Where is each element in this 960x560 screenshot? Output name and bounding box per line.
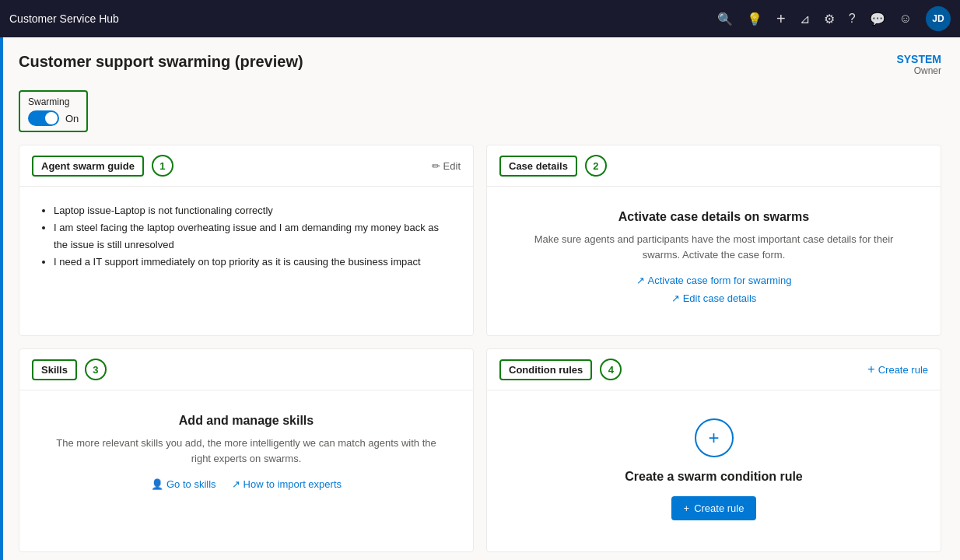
create-rule-plus-icon: +: [684, 502, 690, 514]
skills-heading: Add and manage skills: [54, 414, 439, 428]
external-link-icon: ↗: [636, 275, 645, 286]
how-to-import-link[interactable]: ↗ How to import experts: [232, 478, 342, 490]
case-details-number: 2: [585, 155, 607, 177]
skills-card: Skills 3 Add and manage skills The more …: [19, 348, 474, 552]
smiley-icon[interactable]: ☺: [899, 12, 912, 26]
edit-label: Edit: [443, 160, 461, 172]
swarming-label: Swarming: [28, 96, 79, 107]
activate-case-form-link[interactable]: ↗ Activate case form for swarming: [636, 275, 792, 286]
go-to-skills-link[interactable]: 👤 Go to skills: [151, 478, 216, 490]
user-avatar[interactable]: JD: [926, 6, 951, 31]
condition-rules-card: Condition rules 4 + Create rule + Create…: [486, 348, 941, 552]
agent-swarm-guide-card: Agent swarm guide 1 ✏ Edit Laptop issue-…: [19, 145, 474, 336]
case-details-desc: Make sure agents and participants have t…: [521, 232, 906, 262]
condition-rules-body: + Create a swarm condition rule + Create…: [487, 390, 941, 551]
create-rule-btn-label: Create rule: [694, 502, 744, 514]
condition-rules-header: Condition rules 4 + Create rule: [487, 349, 941, 390]
skills-number: 3: [85, 359, 107, 380]
edit-button[interactable]: ✏ Edit: [432, 160, 461, 172]
settings-icon[interactable]: ⚙: [824, 12, 835, 26]
activate-case-form-label: Activate case form for swarming: [648, 275, 792, 286]
swarming-toggle-container: Swarming On: [19, 90, 88, 132]
condition-plus-circle: +: [695, 418, 734, 457]
person-icon: 👤: [151, 478, 163, 490]
agent-swarm-guide-number: 1: [152, 155, 173, 177]
help-icon[interactable]: ?: [849, 12, 856, 26]
case-details-heading: Activate case details on swarms: [521, 210, 906, 224]
toggle-row: On: [28, 110, 79, 126]
agent-swarm-guide-header: Agent swarm guide 1 ✏ Edit: [19, 145, 473, 187]
case-details-center: Activate case details on swarms Make sur…: [506, 202, 922, 320]
edit-case-details-link[interactable]: ↗ Edit case details: [671, 292, 757, 304]
edit-case-details-label: Edit case details: [683, 292, 757, 304]
external-link-icon-3: ↗: [232, 478, 240, 490]
search-icon[interactable]: 🔍: [717, 12, 733, 26]
agent-swarm-guide-body: Laptop issue-Laptop is not functionaling…: [19, 187, 473, 286]
external-link-icon-2: ↗: [671, 292, 680, 304]
plus-create-icon: +: [867, 362, 874, 376]
topbar-icons: 🔍 💡 + ⊿ ⚙ ? 💬 ☺ JD: [717, 6, 951, 31]
skills-body: Add and manage skills The more relevant …: [19, 390, 473, 521]
go-to-skills-label: Go to skills: [166, 478, 216, 490]
case-details-title: Case details: [499, 156, 577, 177]
condition-rules-number: 4: [600, 359, 622, 380]
case-details-header: Case details 2: [487, 145, 941, 187]
owner-block: SYSTEM Owner: [896, 53, 941, 76]
skills-header: Skills 3: [19, 349, 473, 390]
case-details-links: ↗ Activate case form for swarming ↗ Edit…: [521, 275, 906, 304]
condition-heading: Create a swarm condition rule: [521, 470, 906, 484]
create-rule-header-button[interactable]: + Create rule: [867, 362, 928, 376]
main-content: Customer support swarming (preview) SYST…: [0, 37, 960, 560]
skills-title: Skills: [32, 359, 77, 380]
plus-icon[interactable]: +: [776, 10, 786, 28]
agent-swarm-guide-list: Laptop issue-Laptop is not functionaling…: [38, 202, 454, 271]
sections-grid: Agent swarm guide 1 ✏ Edit Laptop issue-…: [19, 145, 941, 552]
condition-center: + Create a swarm condition rule + Create…: [506, 406, 922, 536]
topbar: Customer Service Hub 🔍 💡 + ⊿ ⚙ ? 💬 ☺ JD: [0, 0, 960, 37]
owner-system: SYSTEM: [896, 53, 941, 65]
skills-links: 👤 Go to skills ↗ How to import experts: [54, 478, 439, 490]
owner-label: Owner: [896, 65, 941, 76]
page-header: Customer support swarming (preview) SYST…: [19, 53, 941, 76]
agent-swarm-guide-title: Agent swarm guide: [32, 156, 144, 177]
list-item: I need a IT support immediately on top p…: [54, 254, 454, 271]
chat-icon[interactable]: 💬: [870, 12, 885, 26]
filter-icon[interactable]: ⊿: [800, 12, 810, 26]
how-to-import-label: How to import experts: [244, 478, 342, 490]
condition-rules-title: Condition rules: [499, 359, 592, 380]
create-rule-header-label: Create rule: [878, 364, 928, 376]
skills-center: Add and manage skills The more relevant …: [38, 406, 454, 506]
left-accent-bar: [0, 37, 3, 560]
page-title: Customer support swarming (preview): [19, 53, 303, 71]
lightbulb-icon[interactable]: 💡: [747, 12, 762, 26]
skills-desc: The more relevant skills you add, the mo…: [54, 436, 439, 466]
case-details-card: Case details 2 Activate case details on …: [486, 145, 941, 336]
swarming-toggle-switch[interactable]: [28, 110, 59, 126]
create-rule-button[interactable]: + Create rule: [671, 496, 757, 520]
app-title: Customer Service Hub: [9, 12, 717, 25]
list-item: I am steel facing the laptop overheating…: [54, 219, 454, 254]
case-details-body: Activate case details on swarms Make sur…: [487, 187, 941, 335]
list-item: Laptop issue-Laptop is not functionaling…: [54, 202, 454, 219]
edit-pencil-icon: ✏: [432, 160, 440, 172]
toggle-on-label: On: [65, 113, 79, 124]
